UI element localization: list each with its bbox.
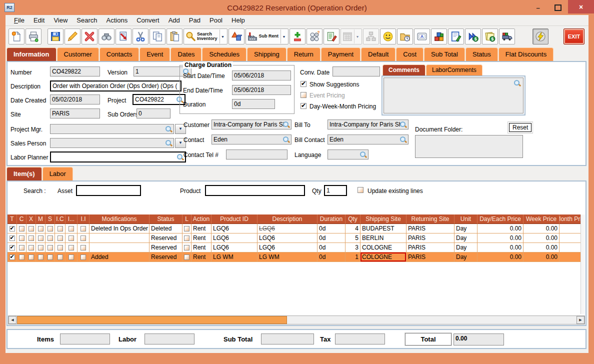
column-header-description[interactable]: Description [258,214,318,224]
cell-ii[interactable] [78,234,90,243]
contact-lookup-icon[interactable] [282,136,290,144]
paste-button[interactable] [166,28,182,44]
money-forward-button[interactable]: $ [465,28,481,44]
cell-idots[interactable] [66,224,78,234]
cell-qty[interactable]: 3 [346,243,360,252]
folder-clock-button[interactable] [397,28,413,44]
column-header-status[interactable]: Status [150,214,182,224]
cell-modifications[interactable]: Added [90,252,150,262]
menu-pad[interactable]: Pad [184,16,205,25]
cell-s[interactable] [46,252,55,262]
language-field[interactable] [328,150,368,160]
cell-product_id[interactable]: LGQ6 [212,224,258,234]
column-header-modifications[interactable]: Modifications [90,214,150,224]
cell-qty[interactable]: 5 [346,234,360,243]
cell-description[interactable]: LGQ6 [258,224,318,234]
keyboard-key-button[interactable]: A [414,28,430,44]
scroll-right-button[interactable]: ▶ [576,316,584,324]
row-checkbox-l[interactable] [184,254,190,260]
column-header-duration[interactable]: Duration [318,214,346,224]
cell-s[interactable] [46,234,55,243]
cell-returning_site[interactable]: PARIS [406,252,454,262]
save-button[interactable] [48,28,64,44]
cell-idots[interactable] [66,234,78,243]
menu-file[interactable]: File [10,16,29,25]
cell-product_id[interactable]: LGQ6 [212,234,258,243]
cell-idots[interactable] [66,243,78,252]
cell-duration[interactable]: 0d [318,252,346,262]
row-checkbox-idots[interactable] [68,245,74,250]
new-document-button[interactable] [8,28,24,44]
cell-m[interactable] [36,243,46,252]
column-header-t[interactable]: T [8,214,17,224]
column-header-qty[interactable]: Qty [346,214,360,224]
cell-x[interactable] [26,252,36,262]
column-header-unit[interactable]: Unit [454,214,478,224]
row-checkbox-x[interactable] [28,254,34,260]
row-checkbox-x[interactable] [28,236,34,241]
tab-status[interactable]: Status [466,48,498,61]
exit-button[interactable]: EXIT [564,28,584,44]
column-header-c[interactable]: C [17,214,26,224]
sales-person-lookup-icon[interactable] [165,140,172,147]
cell-x[interactable] [26,243,36,252]
update-existing-lines-checkbox[interactable] [358,187,364,193]
cell-qty[interactable]: 1 [346,252,360,262]
minimize-button[interactable]: – [528,0,548,15]
menu-actions[interactable]: Actions [102,16,132,25]
cut-button[interactable] [132,28,148,44]
row-checkbox-s[interactable] [48,236,53,241]
row-checkbox-ic[interactable] [58,245,63,250]
tab-customer[interactable]: Customer [57,48,99,61]
column-header-shipping_site[interactable]: Shipping Site [360,214,406,224]
cell-modifications[interactable] [90,234,150,243]
cell-l[interactable] [182,243,192,252]
row-checkbox-ii[interactable] [80,236,86,241]
cell-l[interactable] [182,224,192,234]
hscroll-thumb[interactable] [17,316,287,324]
cell-day_price[interactable]: 0.00 [478,252,524,262]
bill-to-lookup-icon[interactable] [400,121,407,128]
cell-c[interactable] [17,224,26,234]
customer-lookup-icon[interactable] [282,121,290,128]
row-checkbox-t[interactable] [10,236,15,241]
cell-c[interactable] [17,252,26,262]
row-checkbox-idots[interactable] [68,226,74,232]
row-checkbox-l[interactable] [184,245,190,250]
copy-button[interactable] [150,28,166,44]
column-header-x[interactable]: X [26,214,36,224]
cell-ii[interactable] [78,243,90,252]
table-row[interactable]: ReservedRentLGQ6LGQ60d3COLOGNEPARISDay0.… [8,243,584,252]
cell-ic[interactable] [55,243,66,252]
cell-returning_site[interactable]: PARIS [406,243,454,252]
cell-x[interactable] [26,234,36,243]
row-checkbox-ii[interactable] [80,245,86,250]
cell-day_price[interactable]: 0.00 [478,243,524,252]
row-checkbox-ic[interactable] [58,236,63,241]
row-checkbox-ii[interactable] [80,226,86,232]
row-checkbox-c[interactable] [19,245,24,250]
cell-m[interactable] [36,224,46,234]
cell-duration[interactable]: 0d [318,224,346,234]
sales-person-field[interactable] [50,138,174,148]
cell-t[interactable] [8,234,17,243]
row-checkbox-s[interactable] [48,226,53,232]
print-button[interactable] [26,28,42,44]
cell-product_id[interactable]: LGQ6 [212,243,258,252]
tab-payment[interactable]: Payment [321,48,360,61]
search-inventory-button[interactable]: Search Inventory▼ [184,28,228,44]
qty-input[interactable]: 1 [324,185,347,196]
cell-s[interactable] [46,224,55,234]
description-field[interactable]: Order with Operation Order (Ops Order) (… [50,80,182,92]
cell-returning_site[interactable]: PARIS [406,234,454,243]
delete-button[interactable] [82,28,98,44]
row-checkbox-x[interactable] [28,245,34,250]
close-button[interactable]: × [568,0,594,14]
cell-t[interactable] [8,224,17,234]
column-header-ic[interactable]: I.C [55,214,66,224]
contact-tel-field[interactable] [226,150,288,160]
row-checkbox-c[interactable] [19,254,24,260]
row-checkbox-ii[interactable] [80,254,86,260]
labor-planner-field[interactable] [50,152,186,162]
cubes-button[interactable] [431,28,447,44]
